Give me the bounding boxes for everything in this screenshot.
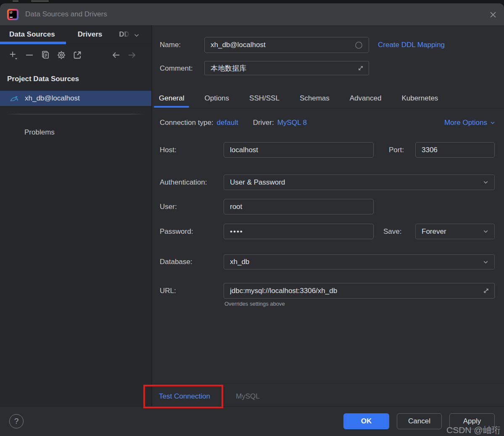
save-value: Forever — [416, 227, 482, 236]
name-label: Name: — [160, 41, 181, 49]
ok-button[interactable]: OK — [343, 413, 389, 429]
duplicate-icon[interactable] — [40, 50, 50, 60]
add-data-source-icon[interactable] — [8, 50, 18, 60]
dialog-footer: ? OK Cancel Apply — [0, 406, 504, 436]
driver-label: Driver: — [253, 119, 274, 127]
tab-options[interactable]: Options — [199, 88, 234, 108]
tab-advanced[interactable]: Advanced — [345, 88, 387, 108]
dialog-titlebar: IJ Data Sources and Drivers — [0, 3, 504, 25]
background-window-fragment — [31, 0, 49, 2]
settings-gear-icon[interactable] — [56, 50, 66, 60]
problems-item[interactable]: Problems — [24, 128, 55, 137]
intellij-idea-logo-icon: IJ — [7, 9, 18, 20]
database-value: xh_db — [224, 258, 482, 266]
tab-kubernetes[interactable]: Kubernetes — [396, 88, 443, 108]
cancel-button[interactable]: Cancel — [397, 413, 442, 429]
sidebar: Data Sources Drivers DD — [0, 25, 151, 406]
database-select[interactable]: xh_db — [224, 254, 495, 270]
mysql-dolphin-icon — [10, 94, 19, 103]
user-input[interactable] — [224, 199, 374, 214]
intellij-idea-logo-inner: IJ — [9, 11, 17, 18]
test-row-separator — [152, 383, 504, 383]
active-tab-underline — [0, 42, 66, 44]
url-hint: Overrides settings above — [224, 301, 285, 307]
driver-name-link[interactable]: MySQL — [236, 392, 260, 401]
chevron-down-icon — [482, 228, 489, 235]
authentication-value: User & Password — [224, 178, 482, 187]
tab-schemas[interactable]: Schemas — [295, 88, 335, 108]
user-label: User: — [160, 203, 177, 211]
name-input[interactable] — [204, 37, 369, 53]
database-label: Database: — [160, 258, 193, 266]
main-panel: Name: Create DDL Mapping Comment: Genera… — [152, 25, 504, 406]
create-ddl-mapping-link[interactable]: Create DDL Mapping — [378, 41, 445, 49]
test-connection-link[interactable]: Test Connection — [159, 392, 210, 401]
connection-type-label: Connection type: — [160, 119, 214, 127]
tab-ddl-truncated[interactable]: DD — [118, 30, 130, 39]
close-icon[interactable] — [488, 10, 498, 20]
password-input[interactable] — [224, 224, 374, 239]
port-label: Port: — [389, 146, 404, 154]
tab-strip-border — [152, 108, 504, 108]
host-label: Host: — [160, 146, 177, 154]
tab-ssh-ssl[interactable]: SSH/SSL — [244, 88, 285, 108]
open-in-new-window-icon[interactable] — [72, 50, 82, 60]
chevron-down-icon — [489, 119, 496, 126]
url-input[interactable] — [224, 283, 495, 299]
dialog-title: Data Sources and Drivers — [25, 3, 107, 25]
connection-type-value-link[interactable]: default — [217, 119, 238, 127]
data-source-item-xh-db[interactable]: xh_db@localhost — [0, 91, 151, 106]
chevron-down-icon — [482, 259, 489, 266]
data-source-label: xh_db@localhost — [25, 94, 80, 103]
sidebar-toolbar — [8, 49, 137, 61]
driver-value-link[interactable]: MySQL 8 — [277, 119, 307, 127]
url-label: URL: — [160, 287, 176, 295]
chevron-down-icon[interactable] — [133, 32, 140, 39]
tab-data-sources[interactable]: Data Sources — [8, 30, 56, 39]
help-icon[interactable]: ? — [9, 414, 24, 428]
data-sources-dialog: IJ Data Sources and Drivers Data Sources… — [0, 3, 504, 436]
chevron-down-icon — [482, 179, 489, 186]
save-label: Save: — [383, 227, 401, 236]
save-select[interactable]: Forever — [415, 224, 495, 239]
intellij-idea-logo-bar — [10, 17, 13, 18]
authentication-select[interactable]: User & Password — [224, 174, 495, 190]
tab-general[interactable]: General — [154, 88, 189, 108]
intellij-idea-logo-letters: IJ — [10, 11, 12, 14]
comment-label: Comment: — [160, 64, 193, 73]
screen: IJ Data Sources and Drivers Data Sources… — [0, 0, 504, 436]
sidebar-separator — [5, 114, 146, 114]
authentication-label: Authentication: — [160, 178, 207, 187]
port-input[interactable] — [415, 142, 495, 158]
sidebar-tab-strip: Data Sources Drivers DD — [0, 25, 151, 44]
tab-drivers[interactable]: Drivers — [77, 30, 103, 39]
back-arrow-icon[interactable] — [111, 50, 121, 60]
remove-data-source-icon[interactable] — [24, 50, 34, 60]
more-options-link[interactable]: More Options — [444, 119, 496, 127]
settings-tab-strip: General Options SSH/SSL Schemas Advanced… — [154, 88, 443, 108]
host-input[interactable] — [224, 142, 374, 158]
more-options-label: More Options — [444, 119, 487, 127]
project-data-sources-header: Project Data Sources — [7, 75, 79, 83]
forward-arrow-icon[interactable] — [127, 50, 137, 60]
comment-input[interactable] — [204, 61, 369, 75]
password-label: Password: — [160, 227, 193, 236]
apply-button[interactable]: Apply — [449, 413, 495, 429]
background-window-fragment — [13, 0, 18, 2]
